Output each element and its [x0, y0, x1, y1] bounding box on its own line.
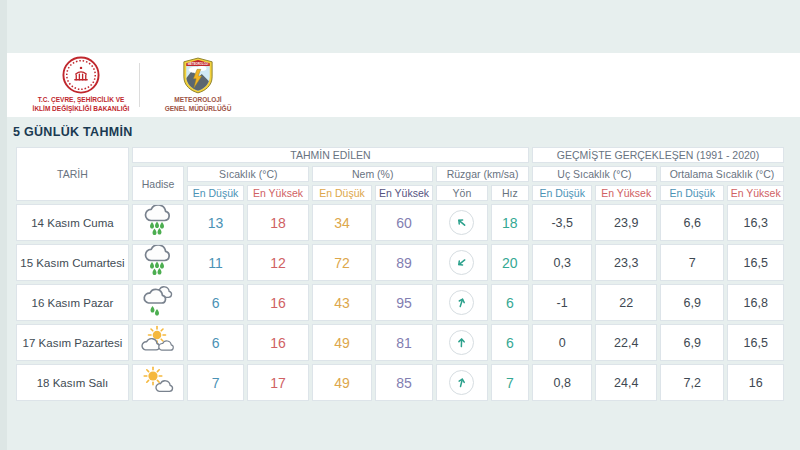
- mgm-shield-icon: METEOROLOJİ: [182, 56, 214, 94]
- humidity-max-cell: 60: [375, 204, 433, 241]
- humidity-min-cell: 34: [312, 204, 371, 241]
- forecast-row: 17 Kasım Pazartesi 6 16 49 81 6 0 22,4 6: [16, 324, 784, 361]
- forecast-row: 15 Kasım Cumartesi 11 12 72 89 20 0,3 23…: [16, 244, 784, 281]
- condition-cell: [132, 324, 184, 361]
- wind-direction-icon: [449, 210, 474, 235]
- wind-direction-icon: [449, 290, 474, 315]
- col-header-hum-max: En Yüksek: [375, 185, 433, 201]
- wind-direction-icon: [449, 370, 474, 395]
- average-max-cell: 16,5: [727, 324, 784, 361]
- humidity-max-cell: 85: [375, 364, 433, 401]
- average-max-cell: 16,8: [727, 284, 784, 321]
- forecast-row: 18 Kasım Salı 7 17 49 85 7 0,8 24,4 7,2 …: [16, 364, 784, 401]
- col-header-avg-min: En Düşük: [660, 185, 725, 201]
- temp-min-cell: 11: [187, 244, 243, 281]
- col-header-hum-min: En Düşük: [312, 185, 371, 201]
- sun-clouds-icon: [140, 325, 176, 357]
- temp-max-cell: 16: [247, 324, 310, 361]
- wind-speed-cell: 6: [491, 324, 529, 361]
- humidity-min-cell: 43: [312, 284, 371, 321]
- temp-min-cell: 6: [187, 284, 243, 321]
- average-max-cell: 16: [727, 364, 784, 401]
- temp-max-cell: 16: [247, 284, 310, 321]
- temp-min-cell: 7: [187, 364, 243, 401]
- wind-direction-cell: [436, 364, 487, 401]
- humidity-min-cell: 72: [312, 244, 371, 281]
- wind-direction-icon: [449, 330, 474, 355]
- forecast-table: TARİH TAHMİN EDİLEN GEÇMİŞTE GERÇEKLEŞEN…: [13, 144, 787, 404]
- col-header-wind-speed: Hız: [491, 185, 529, 201]
- humidity-min-cell: 49: [312, 364, 371, 401]
- rain-cloud-icon: [140, 205, 176, 237]
- header-divider: [139, 63, 140, 107]
- wind-direction-cell: [436, 204, 487, 241]
- condition-cell: [132, 284, 184, 321]
- extreme-min-cell: 0,3: [532, 244, 592, 281]
- col-header-temp-max: En Yüksek: [247, 185, 310, 201]
- date-cell: 15 Kasım Cumartesi: [16, 244, 129, 281]
- weather-icon: [140, 205, 176, 237]
- weather-icon: [140, 285, 176, 317]
- date-cell: 16 Kasım Pazar: [16, 284, 129, 321]
- humidity-min-cell: 49: [312, 324, 371, 361]
- weather-icon: [140, 365, 176, 397]
- date-cell: 17 Kasım Pazartesi: [16, 324, 129, 361]
- forecast-row: 16 Kasım Pazar 6 16 43 95 6 -1 22 6,9 16…: [16, 284, 784, 321]
- average-min-cell: 6,9: [660, 324, 725, 361]
- page-title: 5 GÜNLÜK TAHMİN: [13, 125, 800, 139]
- mgm-logo-link[interactable]: METEOROLOJİ METEOROLOJİ GENEL MÜDÜRLÜĞÜ: [142, 56, 254, 114]
- ministry-logo-link[interactable]: T.C. ÇEVRE, ŞEHİRCİLİK VE İKLİM DEĞİŞİKL…: [25, 56, 137, 114]
- extreme-min-cell: -3,5: [532, 204, 592, 241]
- ministry-name: T.C. ÇEVRE, ŞEHİRCİLİK VE İKLİM DEĞİŞİKL…: [33, 96, 130, 114]
- extreme-max-cell: 24,4: [595, 364, 657, 401]
- col-group-historical: GEÇMİŞTE GERÇEKLEŞEN (1991 - 2020): [532, 147, 784, 163]
- wind-speed-cell: 20: [491, 244, 529, 281]
- wind-speed-cell: 18: [491, 204, 529, 241]
- average-max-cell: 16,5: [727, 244, 784, 281]
- col-header-temp-min: En Düşük: [187, 185, 243, 201]
- extreme-min-cell: 0: [532, 324, 592, 361]
- average-min-cell: 6,9: [660, 284, 725, 321]
- extreme-max-cell: 22: [595, 284, 657, 321]
- col-group-forecast: TAHMİN EDİLEN: [132, 147, 529, 163]
- mgm-shield-banner-text: METEOROLOJİ: [188, 62, 209, 66]
- temp-max-cell: 18: [247, 204, 310, 241]
- humidity-max-cell: 89: [375, 244, 433, 281]
- wind-direction-cell: [436, 244, 487, 281]
- col-group-wind: Rüzgar (km/sa): [436, 166, 529, 182]
- sun-cloud-icon: [140, 365, 176, 397]
- light-rain-clouds-icon: [140, 285, 176, 317]
- col-header-wind-dir: Yön: [436, 185, 487, 201]
- date-cell: 18 Kasım Salı: [16, 364, 129, 401]
- temp-max-cell: 17: [247, 364, 310, 401]
- mgm-name: METEOROLOJİ GENEL MÜDÜRLÜĞÜ: [165, 96, 232, 114]
- weather-icon: [140, 325, 176, 357]
- col-header-avg-max: En Yüksek: [727, 185, 784, 201]
- col-group-temperature: Sıcaklık (°C): [187, 166, 309, 182]
- col-group-humidity: Nem (%): [312, 166, 433, 182]
- condition-cell: [132, 244, 184, 281]
- date-cell: 14 Kasım Cuma: [16, 204, 129, 241]
- extreme-max-cell: 23,9: [595, 204, 657, 241]
- condition-cell: [132, 364, 184, 401]
- ministry-emblem-icon: [62, 56, 100, 94]
- average-max-cell: 16,3: [727, 204, 784, 241]
- extreme-min-cell: 0,8: [532, 364, 592, 401]
- condition-cell: [132, 204, 184, 241]
- humidity-max-cell: 81: [375, 324, 433, 361]
- rain-cloud-icon: [140, 245, 176, 277]
- col-header-date: TARİH: [16, 147, 129, 201]
- col-header-condition: Hadise: [132, 166, 184, 201]
- col-header-ext-max: En Yüksek: [595, 185, 657, 201]
- wind-direction-cell: [436, 284, 487, 321]
- extreme-max-cell: 23,3: [595, 244, 657, 281]
- wind-speed-cell: 6: [491, 284, 529, 321]
- humidity-max-cell: 95: [375, 284, 433, 321]
- page-left-gutter: [0, 0, 7, 450]
- col-header-ext-min: En Düşük: [532, 185, 592, 201]
- col-group-average-temp: Ortalama Sıcaklık (°C): [660, 166, 784, 182]
- site-header: T.C. ÇEVRE, ŞEHİRCİLİK VE İKLİM DEĞİŞİKL…: [0, 53, 800, 117]
- wind-speed-cell: 7: [491, 364, 529, 401]
- average-min-cell: 7,2: [660, 364, 725, 401]
- wind-direction-cell: [436, 324, 487, 361]
